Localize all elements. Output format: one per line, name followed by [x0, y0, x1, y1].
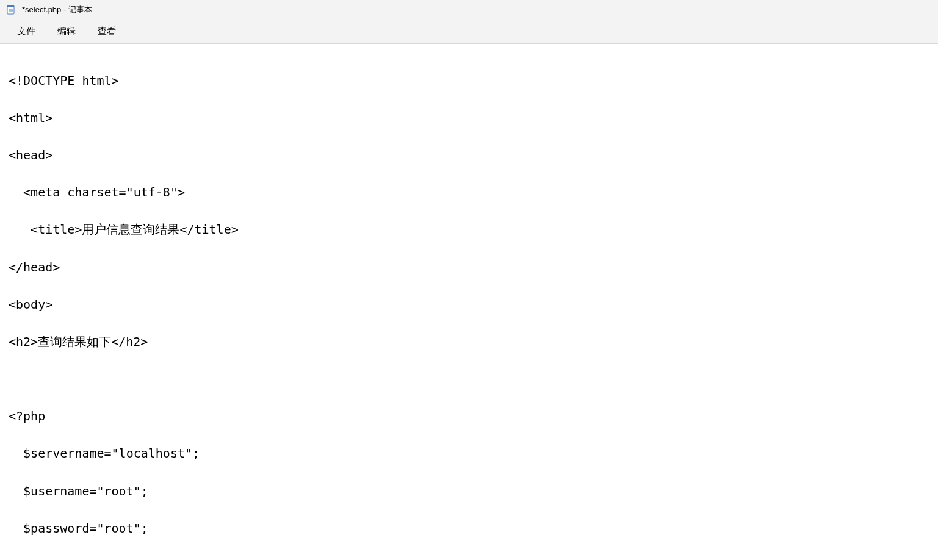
code-line: <h2>查询结果如下</h2> — [9, 332, 929, 351]
code-line: <html> — [9, 109, 929, 127]
code-line: <title>用户信息查询结果</title> — [9, 220, 929, 239]
code-line — [9, 370, 929, 389]
text-editor[interactable]: <!DOCTYPE html> <html> <head> <meta char… — [0, 44, 938, 560]
menu-view[interactable]: 查看 — [87, 22, 127, 41]
window-title: *select.php - 记事本 — [22, 4, 92, 15]
code-line: <!DOCTYPE html> — [9, 71, 929, 90]
code-line: <head> — [9, 146, 929, 165]
code-line: $password="root"; — [9, 519, 929, 538]
svg-rect-1 — [7, 5, 14, 7]
code-line: $servername="localhost"; — [9, 444, 929, 463]
menu-edit[interactable]: 编辑 — [46, 22, 87, 41]
menubar: 文件 编辑 查看 — [0, 20, 938, 44]
notepad-icon — [6, 5, 16, 15]
menu-file[interactable]: 文件 — [6, 22, 46, 41]
code-line: <meta charset="utf-8"> — [9, 183, 929, 202]
code-line: </head> — [9, 258, 929, 277]
code-line: <body> — [9, 295, 929, 314]
window-titlebar: *select.php - 记事本 — [0, 0, 938, 20]
code-line: $mydb="music"; — [9, 556, 929, 560]
code-line: <?php — [9, 407, 929, 426]
code-line: $username="root"; — [9, 482, 929, 501]
